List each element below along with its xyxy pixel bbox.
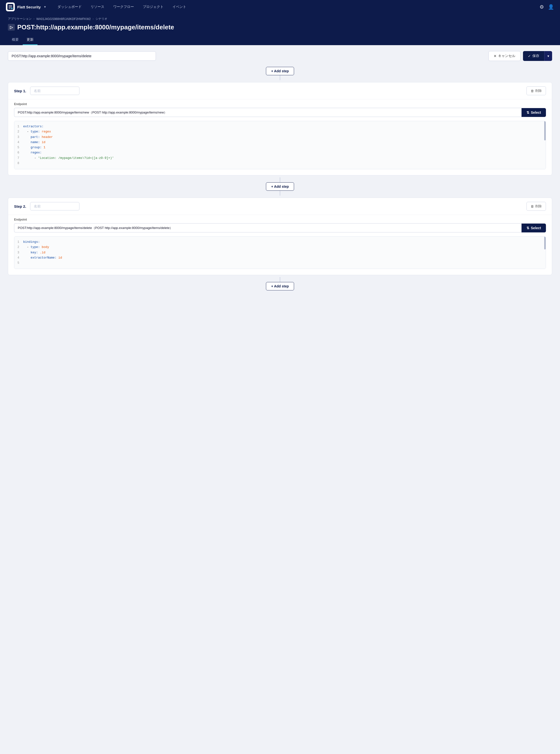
breadcrumb: アプリケーション › WA01J4GGS988H8RJA8KDF2HWFKW2 … — [8, 17, 552, 21]
code-line: 2 - type: body — [14, 245, 546, 250]
add-step-button-bottom[interactable]: + Add step — [266, 282, 294, 291]
page-header: アプリケーション › WA01J4GGS988H8RJA8KDF2HWFKW2 … — [0, 14, 560, 45]
step-2-delete-button[interactable]: 🗑 削除 — [526, 202, 546, 211]
user-icon[interactable]: 👤 — [548, 4, 554, 10]
breadcrumb-id[interactable]: WA01J4GGS988H8RJA8KDF2HWFKW2 — [36, 17, 91, 21]
breadcrumb-app[interactable]: アプリケーション — [8, 17, 32, 21]
step-2-endpoint-input[interactable] — [14, 223, 521, 233]
save-check-icon: ✓ — [528, 54, 531, 58]
url-input[interactable] — [8, 51, 156, 61]
connector-line-top — [280, 75, 280, 80]
breadcrumb-scenario[interactable]: シナリオ — [96, 17, 107, 21]
step-2-endpoint-section: Endpoint ⇅ Select 1 bindings: — [8, 215, 552, 275]
step-1-endpoint-section: Endpoint ⇅ Select 1 extractors: — [8, 99, 552, 175]
step-2-endpoint-row: ⇅ Select — [14, 223, 546, 233]
delete-label-2: 削除 — [535, 204, 542, 209]
tab-update[interactable]: 更新 — [23, 35, 38, 45]
trash-icon-2: 🗑 — [531, 204, 534, 208]
save-label: 保存 — [532, 54, 539, 58]
add-step-button-middle[interactable]: + Add step — [266, 182, 294, 191]
step-2-code-content[interactable]: 1 bindings: 2 - type: body 3 key: .id — [14, 237, 546, 269]
code-line: 5 — [14, 261, 546, 266]
add-step-top: + Add step — [8, 67, 552, 80]
step-2-endpoint-label: Endpoint — [14, 215, 546, 223]
brand-chevron-icon: ▾ — [44, 5, 46, 8]
save-button[interactable]: ✓ 保存 — [523, 51, 544, 61]
tabs: 概要 更新 — [8, 35, 552, 45]
step-1-wrapper: Step 1. 🗑 削除 Endpoint ⇅ Select — [8, 82, 552, 175]
brand-name: Flatt Security — [17, 5, 41, 9]
svg-point-1 — [11, 8, 13, 9]
trash-icon-1: 🗑 — [531, 89, 534, 93]
navbar: Flatt Security ▾ ダッシュボード リソース ワークフロー プロジ… — [0, 0, 560, 14]
add-step-middle: + Add step — [8, 177, 552, 196]
select-label-1: Select — [531, 111, 541, 115]
step-1-select-button[interactable]: ⇅ Select — [521, 108, 546, 117]
action-buttons: ✕ キャンセル ✓ 保存 ▾ — [488, 51, 552, 61]
step-1-name-input[interactable] — [30, 86, 79, 95]
nav-dashboard[interactable]: ダッシュボード — [54, 3, 86, 11]
code-line: 2 - type: regex — [14, 129, 546, 135]
page-title-text: POST:http://app.example:8000/mypage/item… — [17, 23, 174, 31]
step-2-name-input[interactable] — [30, 202, 79, 211]
code-line: 1 extractors: — [14, 124, 546, 129]
cancel-label: キャンセル — [498, 54, 515, 58]
step-1-delete-button[interactable]: 🗑 削除 — [526, 86, 546, 95]
add-step-bottom: + Add step — [8, 277, 552, 291]
step-2-label: Step 2. — [14, 204, 26, 209]
brand-logo — [6, 2, 15, 11]
step-1-endpoint-input[interactable] — [14, 108, 521, 117]
nav-projects[interactable]: プロジェクト — [139, 3, 167, 11]
step-2-wrapper: Step 2. 🗑 削除 Endpoint ⇅ Select — [8, 198, 552, 275]
nav-items: ダッシュボード リソース ワークフロー プロジェクト イベント — [54, 3, 532, 11]
step-2-select-button[interactable]: ⇅ Select — [521, 223, 546, 233]
add-step-button-top[interactable]: + Add step — [266, 67, 294, 75]
step-1-code-content[interactable]: 1 extractors: 2 - type: regex 3 part: he… — [14, 121, 546, 169]
settings-icon[interactable]: ⚙ — [540, 4, 544, 10]
step-1-header: Step 1. 🗑 削除 — [8, 82, 552, 99]
scrollbar-2[interactable] — [544, 237, 546, 250]
code-line: 6 regex: — [14, 150, 546, 155]
cancel-x-icon: ✕ — [494, 54, 497, 58]
delete-label-1: 削除 — [535, 88, 542, 93]
select-arrows-icon-2: ⇅ — [526, 226, 529, 230]
connector-line-mid-top — [280, 177, 280, 182]
step-1-endpoint-label: Endpoint — [14, 99, 546, 108]
breadcrumb-sep-2: › — [93, 18, 94, 20]
code-line: 1 bindings: — [14, 240, 546, 245]
step-1-code-editor: 1 extractors: 2 - type: regex 3 part: he… — [14, 121, 546, 169]
caret-down-icon: ▾ — [547, 54, 549, 58]
save-button-group: ✓ 保存 ▾ — [523, 51, 552, 61]
code-line: 4 name: id — [14, 140, 546, 145]
step-1-label: Step 1. — [14, 89, 26, 93]
page-title: ▷ POST:http://app.example:8000/mypage/it… — [8, 23, 552, 31]
connector-line-mid-bottom — [280, 191, 280, 196]
url-bar-row: ✕ キャンセル ✓ 保存 ▾ — [8, 51, 552, 61]
navbar-icons: ⚙ 👤 — [540, 4, 554, 10]
nav-workflow[interactable]: ワークフロー — [109, 3, 138, 11]
code-line: 3 part: header — [14, 135, 546, 140]
code-line: 3 key: .id — [14, 250, 546, 255]
select-arrows-icon-1: ⇅ — [526, 111, 529, 115]
tab-overview[interactable]: 概要 — [8, 35, 23, 45]
code-line: 7 - 'Location: /mypage/items\?id=([a-z0-… — [14, 156, 546, 161]
step-2-card: Step 2. 🗑 削除 Endpoint ⇅ Select — [8, 198, 552, 275]
code-line: 8 — [14, 161, 546, 166]
brand[interactable]: Flatt Security ▾ — [6, 2, 46, 11]
main-content: ✕ キャンセル ✓ 保存 ▾ + Add step Step 1. — [0, 45, 560, 754]
nav-resources[interactable]: リソース — [86, 3, 108, 11]
step-2-code-editor: 1 bindings: 2 - type: body 3 key: .id — [14, 236, 546, 269]
code-line: 5 group: 1 — [14, 145, 546, 150]
step-1-card: Step 1. 🗑 削除 Endpoint ⇅ Select — [8, 82, 552, 175]
breadcrumb-sep-1: › — [34, 18, 34, 20]
scrollbar[interactable] — [544, 121, 546, 140]
save-caret-button[interactable]: ▾ — [544, 51, 552, 61]
select-label-2: Select — [531, 226, 541, 230]
nav-events[interactable]: イベント — [168, 3, 190, 11]
cancel-button[interactable]: ✕ キャンセル — [488, 51, 521, 61]
connector-line-bottom-top — [280, 277, 280, 282]
step-1-endpoint-row: ⇅ Select — [14, 108, 546, 117]
code-line: 4 extractorName: id — [14, 255, 546, 261]
step-2-header: Step 2. 🗑 削除 — [8, 198, 552, 215]
terminal-icon: ▷ — [8, 24, 15, 31]
